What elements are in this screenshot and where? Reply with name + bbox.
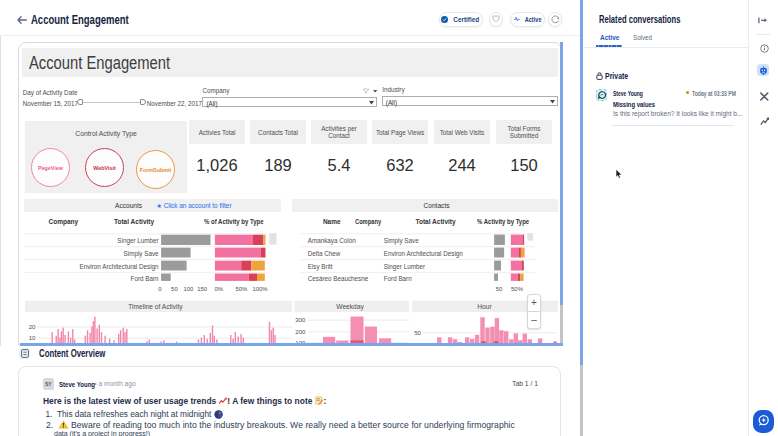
svg-text:100%: 100% xyxy=(252,286,268,292)
svg-text:Ford Barn: Ford Barn xyxy=(131,275,159,282)
svg-text:Singer Lumber: Singer Lumber xyxy=(117,237,158,245)
svg-text:Timeline of Activity: Timeline of Activity xyxy=(128,303,183,311)
svg-text:Cesáreo Beauchesne: Cesáreo Beauchesne xyxy=(308,275,369,282)
svg-text:50: 50 xyxy=(414,329,421,336)
svg-text:Singer Lumber: Singer Lumber xyxy=(384,263,425,271)
svg-text:0%: 0% xyxy=(214,286,223,292)
svg-text:Weekday: Weekday xyxy=(336,303,364,311)
svg-text:Hour: Hour xyxy=(477,303,492,310)
svg-text:20: 20 xyxy=(29,323,36,330)
svg-text:50: 50 xyxy=(496,286,503,292)
svg-text:Elsy Britt: Elsy Britt xyxy=(308,263,333,271)
svg-text:Simply Save: Simply Save xyxy=(384,237,419,245)
svg-text:300: 300 xyxy=(295,316,306,323)
svg-text:Ford Barn: Ford Barn xyxy=(384,275,412,282)
svg-text:100: 100 xyxy=(183,286,194,292)
svg-text:Simply Save: Simply Save xyxy=(124,250,159,258)
svg-text:0: 0 xyxy=(158,286,162,292)
svg-text:Environ Architectural Design: Environ Architectural Design xyxy=(79,263,159,271)
svg-text:200: 200 xyxy=(295,328,306,335)
svg-text:Delta Chew: Delta Chew xyxy=(308,250,341,257)
svg-text:Amankaya Colón: Amankaya Colón xyxy=(308,237,356,245)
svg-text:150: 150 xyxy=(197,286,208,292)
svg-text:50: 50 xyxy=(171,286,178,292)
svg-text:10: 10 xyxy=(29,334,36,341)
svg-text:Environ Architectural Design: Environ Architectural Design xyxy=(384,250,464,258)
svg-text:50%: 50% xyxy=(511,286,524,292)
svg-text:50%: 50% xyxy=(235,286,248,292)
